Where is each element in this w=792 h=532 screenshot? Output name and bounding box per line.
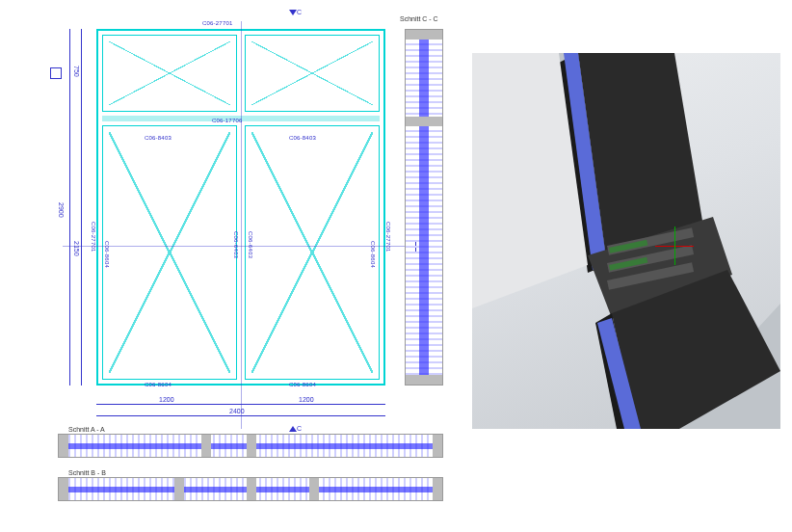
dim-line-height-sub <box>81 29 82 386</box>
label-side-r: C06-27701 <box>385 222 391 253</box>
label-mullion: C06-6403 <box>233 231 239 258</box>
front-elevation[interactable]: C06-27701 C06-17706 C06-8403 C06-8403 C0… <box>96 29 385 386</box>
dim-height-sub: 2150 <box>73 241 80 256</box>
label-transom: C06-17706 <box>212 118 243 123</box>
dim-transom-h: 750 <box>73 66 80 77</box>
2d-drawing-panel[interactable]: C06-27701 C06-17706 C06-8403 C06-8403 C0… <box>58 29 443 511</box>
label-sash-br: C06-8604 <box>289 382 316 387</box>
dim-width-total: 2400 <box>229 408 245 414</box>
label-sash-bl: C06-8604 <box>145 382 172 387</box>
label-mullion-top: C06-6403 <box>248 231 253 258</box>
section-a-title: Schnitt A - A <box>68 426 105 433</box>
panel-bottom-right <box>245 125 380 380</box>
section-b-horizontal[interactable]: Schnitt B - B <box>58 477 443 501</box>
section-mark-c-top-icon <box>289 10 297 15</box>
section-mark-c-top: C <box>297 9 302 15</box>
centerline-v <box>241 21 242 429</box>
viewport: C06-27701 C06-17706 C06-8403 C06-8403 C0… <box>0 0 792 532</box>
3d-render-panel[interactable] <box>472 53 780 429</box>
section-mark-b-left-icon <box>50 67 62 79</box>
section-c-vertical[interactable] <box>405 29 443 386</box>
panel-bottom-left <box>102 125 237 380</box>
section-mark-c-bottom: C <box>297 425 302 432</box>
label-sash-tr: C06-8403 <box>289 135 316 141</box>
label-outer-frame-top: C06-27701 <box>202 20 233 26</box>
section-mark-c-bottom-icon <box>289 426 297 432</box>
dim-panel-width-r: 1200 <box>299 396 314 403</box>
dim-panel-width-l: 1200 <box>159 396 174 403</box>
section-b-title: Schnitt B - B <box>68 469 106 476</box>
centerline-h <box>63 246 443 247</box>
label-side-l: C06-27701 <box>91 222 96 253</box>
section-a-horizontal[interactable]: Schnitt A - A <box>58 434 443 458</box>
label-sash-tl: C06-8403 <box>145 135 172 141</box>
panel-top-right <box>245 35 380 112</box>
dim-line-height <box>69 29 70 386</box>
panel-top-left <box>102 35 237 112</box>
dim-height-total: 2900 <box>58 202 65 218</box>
render-svg <box>472 53 780 429</box>
section-c-title: Schnitt C - C <box>400 15 438 22</box>
